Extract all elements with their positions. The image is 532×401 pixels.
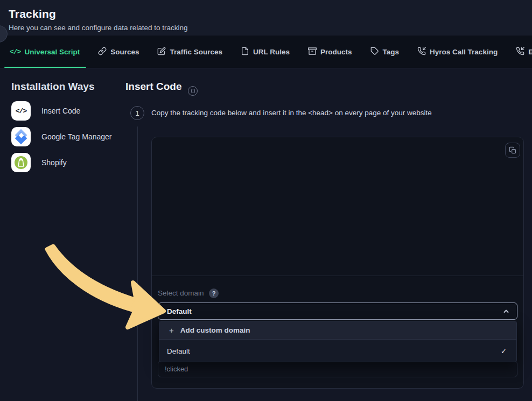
check-icon: ✓	[501, 347, 507, 355]
chevron-up-icon	[503, 308, 509, 314]
plus-icon: +	[169, 326, 174, 335]
tab-label: Sources	[110, 48, 139, 56]
tab-hyros-call-tracking[interactable]: Hyros Call Tracking	[417, 36, 498, 68]
sidebar-item-insert-code[interactable]: </> Insert Code	[11, 101, 80, 121]
domain-select-value: Default	[167, 307, 192, 315]
tag-icon	[370, 47, 379, 57]
page-header: Tracking Here you can see and configure …	[0, 0, 532, 36]
sidebar-item-google-tag-manager[interactable]: Google Tag Manager	[11, 127, 112, 146]
tracking-settings-page: Tracking Here you can see and configure …	[0, 0, 532, 401]
tab-url-rules[interactable]: URL Rules	[241, 36, 290, 68]
edit-icon	[157, 47, 166, 57]
domain-option-default[interactable]: Default ✓	[159, 340, 516, 362]
sidebar-item-label: Shopify	[41, 158, 67, 167]
phone-incoming-icon	[417, 47, 426, 57]
help-icon[interactable]: ?	[209, 289, 219, 298]
step-instruction: Copy the tracking code below and insert …	[151, 109, 432, 117]
package-icon	[308, 47, 317, 57]
guide-book-icon[interactable]	[188, 86, 198, 96]
tag-filter-field[interactable]: !clicked	[158, 361, 517, 377]
tab-tags[interactable]: Tags	[370, 36, 400, 68]
tab-sources[interactable]: Sources	[98, 36, 139, 68]
sidebar-item-shopify[interactable]: Shopify	[11, 153, 67, 172]
tab-label: Traffic Sources	[170, 48, 222, 56]
domain-option-label: Default	[167, 347, 190, 355]
tab-label: Hyros Call Tracking	[430, 48, 498, 56]
tab-label: E	[528, 48, 532, 56]
step-connector-line	[137, 126, 138, 401]
phone-incoming-icon	[516, 47, 524, 57]
page-subtitle: Here you can see and configure data rela…	[9, 24, 187, 32]
tab-label: Tags	[383, 48, 400, 56]
tab-truncated[interactable]: E	[516, 36, 532, 68]
page-title: Tracking	[9, 8, 56, 20]
google-tag-manager-icon	[11, 127, 31, 146]
sidebar-item-label: Insert Code	[41, 107, 80, 115]
file-icon	[241, 47, 249, 57]
tab-products[interactable]: Products	[308, 36, 352, 68]
add-custom-domain-option[interactable]: + Add custom domain	[159, 321, 516, 340]
select-domain-label: Select domain	[158, 289, 204, 297]
card-divider	[152, 276, 523, 276]
tag-filter-value: !clicked	[165, 365, 188, 373]
tab-label: URL Rules	[253, 48, 290, 56]
code-icon: </>	[11, 101, 31, 121]
code-icon: </>	[10, 48, 20, 56]
add-custom-domain-label: Add custom domain	[180, 326, 250, 334]
copy-code-button[interactable]	[505, 143, 520, 158]
shopify-icon	[11, 153, 31, 172]
domain-select[interactable]: Default	[158, 302, 517, 320]
tab-universal-script[interactable]: </> Universal Script	[10, 36, 80, 68]
tab-label: Universal Script	[24, 48, 80, 56]
step-number-badge: 1	[130, 106, 144, 120]
insert-code-title: Insert Code	[125, 81, 182, 93]
tab-traffic-sources[interactable]: Traffic Sources	[157, 36, 222, 68]
domain-dropdown-menu: + Add custom domain Default ✓	[159, 321, 517, 362]
tracking-tabbar: </> Universal Script Sources Traffic Sou…	[0, 36, 532, 68]
installation-ways-title: Installation Ways	[11, 81, 95, 93]
tab-label: Products	[320, 48, 352, 56]
link-icon	[98, 47, 107, 57]
sidebar-item-label: Google Tag Manager	[41, 132, 112, 141]
copy-icon	[509, 146, 517, 154]
